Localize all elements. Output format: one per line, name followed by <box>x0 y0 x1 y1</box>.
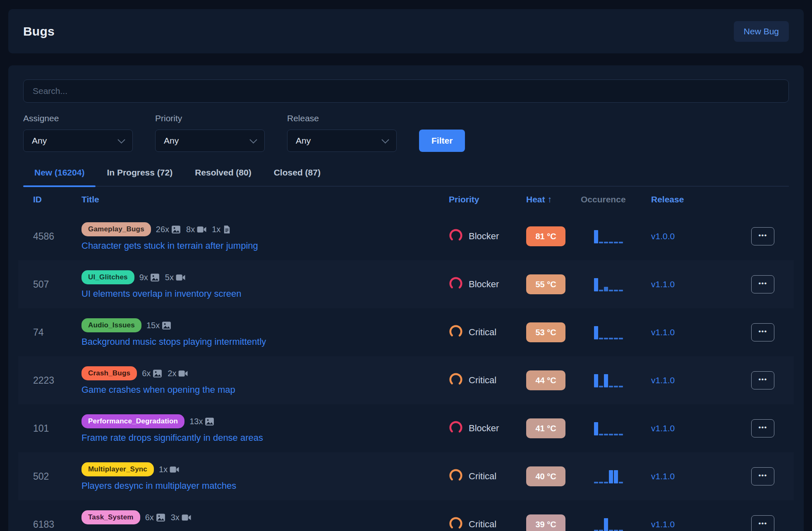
heat-cell: 40 °C <box>526 466 594 486</box>
heat-badge: 41 °C <box>526 418 565 438</box>
bug-title-link[interactable]: Game crashes when opening the map <box>81 384 235 395</box>
priority-label: Blocker <box>469 423 499 434</box>
category-tag[interactable]: Multiplayer_Sync <box>81 462 154 476</box>
attachment-count-label: 6x <box>142 369 151 378</box>
bug-id: 2223 <box>33 375 81 386</box>
priority-label: Blocker <box>469 231 499 242</box>
priority-ring-icon <box>449 324 463 340</box>
priority-cell: Critical <box>449 517 526 531</box>
bug-id: 502 <box>33 471 81 482</box>
priority-cell: Critical <box>449 469 526 484</box>
actions-cell: ••• <box>751 323 774 341</box>
filter-bar: Assignee Any Priority Any Release Any Fi… <box>23 113 789 152</box>
actions-cell: ••• <box>751 419 774 437</box>
attachment-count: 1x <box>159 464 180 475</box>
occurrence-sparkline <box>594 325 651 339</box>
tag-and-attachments: Audio_Issues15x <box>81 318 449 332</box>
category-tag[interactable]: UI_Glitches <box>81 270 134 284</box>
priority-select[interactable]: Any <box>155 130 265 152</box>
release-select-value: Any <box>296 136 311 146</box>
heat-cell: 81 °C <box>526 226 594 246</box>
image-icon <box>204 416 215 427</box>
assignee-select[interactable]: Any <box>23 130 133 152</box>
release-select[interactable]: Any <box>287 130 397 152</box>
row-menu-button[interactable]: ••• <box>751 419 774 437</box>
tab-closed[interactable]: Closed (87) <box>263 168 332 186</box>
release-link[interactable]: v1.1.0 <box>651 471 675 481</box>
bug-title-link[interactable]: Frame rate drops significantly in dense … <box>81 432 263 443</box>
attachment-count: 13x <box>189 416 215 427</box>
column-header-release[interactable]: Release <box>651 195 733 204</box>
tab-in-progress[interactable]: In Progress (72) <box>96 168 184 186</box>
attachment-count-label: 1x <box>212 225 220 234</box>
tab-resolved[interactable]: Resolved (80) <box>184 168 263 186</box>
release-cell: v1.0.0 <box>651 231 733 241</box>
tag-and-attachments: Crash_Bugs6x2x <box>81 366 449 380</box>
tag-and-attachments: Multiplayer_Sync1x <box>81 462 449 476</box>
table-row: 6183Task_System6x3xCritical39 °Cv1.1.0••… <box>18 500 794 531</box>
release-label: Release <box>287 113 397 123</box>
category-tag[interactable]: Crash_Bugs <box>81 366 137 380</box>
priority-field: Priority Any <box>155 113 265 152</box>
bug-title-link[interactable]: UI elements overlap in inventory screen <box>81 288 241 299</box>
heat-cell: 53 °C <box>526 322 594 342</box>
bug-id: 6183 <box>33 519 81 530</box>
new-bug-button[interactable]: New Bug <box>734 21 789 42</box>
image-icon <box>161 320 172 331</box>
tag-and-attachments: Task_System6x3x <box>81 510 449 524</box>
search-input[interactable] <box>23 79 789 103</box>
occurrence-sparkline <box>594 229 651 243</box>
row-menu-button[interactable]: ••• <box>751 515 774 531</box>
category-tag[interactable]: Gameplay_Bugs <box>81 222 151 236</box>
attachment-count-label: 5x <box>165 273 174 282</box>
priority-ring-icon <box>449 372 463 388</box>
release-cell: v1.1.0 <box>651 279 733 289</box>
release-link[interactable]: v1.1.0 <box>651 327 675 337</box>
row-menu-button[interactable]: ••• <box>751 275 774 293</box>
attachment-count-label: 15x <box>146 321 160 330</box>
attachment-count: 2x <box>168 368 188 379</box>
priority-label: Critical <box>469 375 496 386</box>
release-link[interactable]: v1.1.0 <box>651 519 675 529</box>
filter-button[interactable]: Filter <box>419 130 465 152</box>
table-row: 507UI_Glitches9x5xUI elements overlap in… <box>18 260 794 308</box>
release-link[interactable]: v1.1.0 <box>651 375 675 385</box>
release-link[interactable]: v1.1.0 <box>651 423 675 433</box>
heat-cell: 55 °C <box>526 274 594 294</box>
category-tag[interactable]: Performance_Degradation <box>81 414 184 428</box>
attachment-count-label: 3x <box>171 513 180 522</box>
heat-cell: 41 °C <box>526 418 594 438</box>
release-link[interactable]: v1.1.0 <box>651 279 675 289</box>
tab-new[interactable]: New (16204) <box>23 168 96 186</box>
release-cell: v1.1.0 <box>651 375 733 385</box>
priority-ring-icon <box>449 276 463 292</box>
row-menu-button[interactable]: ••• <box>751 323 774 341</box>
bug-title-link[interactable]: Character gets stuck in terrain after ju… <box>81 240 258 251</box>
bug-title-cell: UI_Glitches9x5xUI elements overlap in in… <box>81 270 449 299</box>
row-menu-button[interactable]: ••• <box>751 467 774 485</box>
table-row: 4586Gameplay_Bugs26x8x1xCharacter gets s… <box>18 212 794 260</box>
release-link[interactable]: v1.0.0 <box>651 231 675 241</box>
column-header-title[interactable]: Title <box>81 195 449 204</box>
column-header-priority[interactable]: Priority <box>449 195 526 204</box>
bug-title-link[interactable]: Background music stops playing intermitt… <box>81 336 266 347</box>
tag-and-attachments: Performance_Degradation13x <box>81 414 449 428</box>
category-tag[interactable]: Audio_Issues <box>81 318 141 332</box>
occurrence-sparkline <box>594 517 651 531</box>
row-menu-button[interactable]: ••• <box>751 371 774 389</box>
priority-label: Critical <box>469 519 496 530</box>
assignee-label: Assignee <box>23 113 133 123</box>
category-tag[interactable]: Task_System <box>81 510 140 524</box>
row-menu-button[interactable]: ••• <box>751 227 774 245</box>
release-cell: v1.1.0 <box>651 519 733 529</box>
bug-title-link[interactable]: Players desync in multiplayer matches <box>81 481 236 491</box>
actions-cell: ••• <box>751 275 774 293</box>
bug-id: 74 <box>33 327 81 338</box>
bug-title-cell: Audio_Issues15xBackground music stops pl… <box>81 318 449 347</box>
attachment-count-label: 9x <box>139 273 148 282</box>
actions-cell: ••• <box>751 467 774 485</box>
column-header-id[interactable]: ID <box>33 195 81 204</box>
chevron-down-icon <box>249 136 257 143</box>
page-header: Bugs New Bug <box>8 9 804 53</box>
table-row: 101Performance_Degradation13xFrame rate … <box>18 404 794 452</box>
